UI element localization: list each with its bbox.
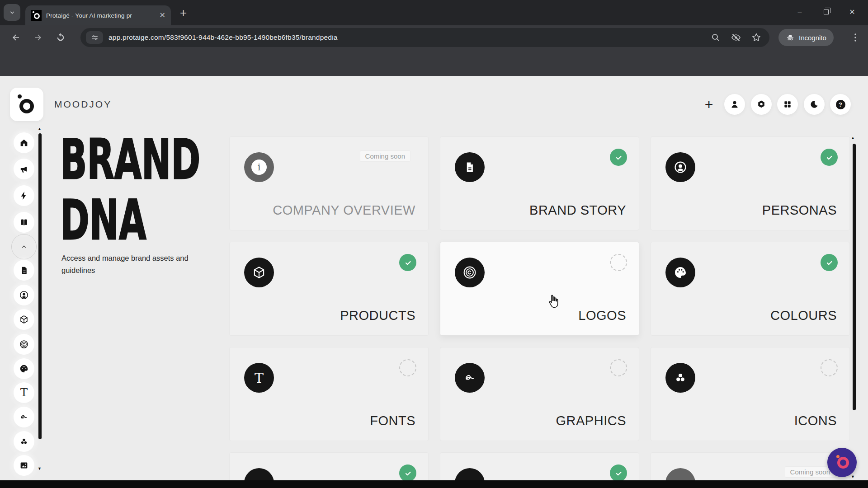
sidebar-item-logos[interactable]: [14, 334, 34, 355]
card-personas[interactable]: PERSONAS: [651, 136, 850, 230]
browser-menu-icon[interactable]: [850, 32, 861, 43]
sidebar-item-home[interactable]: [14, 132, 34, 153]
status-complete-icon: [399, 465, 416, 480]
sidebar-item-images[interactable]: [14, 455, 34, 476]
settings-button[interactable]: [751, 94, 772, 115]
status-empty-icon: [399, 359, 416, 376]
sidebar-scroll-down-icon[interactable]: ▼: [38, 466, 42, 471]
incognito-label: Incognito: [799, 34, 826, 42]
card-products[interactable]: PRODUCTS: [229, 242, 429, 336]
black-circle-icon: [455, 468, 485, 480]
card-partial-1[interactable]: [229, 452, 429, 480]
chevron-up-icon: [19, 242, 28, 251]
page-scroll-down-icon[interactable]: ▼: [851, 474, 855, 479]
incognito-icon: [786, 33, 795, 42]
eye-off-icon[interactable]: [731, 32, 741, 43]
window-minimize-button[interactable]: –: [787, 3, 813, 21]
status-empty-icon: [610, 254, 627, 271]
card-title: ICONS: [794, 413, 837, 428]
card-title: PERSONAS: [762, 203, 837, 218]
reload-icon[interactable]: [55, 32, 66, 43]
question-icon: ?: [836, 100, 845, 109]
lightning-icon: [19, 191, 29, 201]
sidebar-item-brandbook[interactable]: [14, 212, 34, 233]
type-T-glyph: T: [255, 370, 264, 386]
tab-close-icon[interactable]: ✕: [160, 12, 165, 19]
scribble-icon: [19, 412, 29, 422]
moon-icon: [809, 99, 819, 109]
card-graphics[interactable]: GRAPHICS: [440, 347, 639, 441]
sidebar-item-campaigns[interactable]: [14, 159, 34, 179]
sidebar-collapse-button[interactable]: [11, 234, 37, 259]
card-title: COLOURS: [770, 308, 837, 323]
card-title: LOGOS: [578, 308, 626, 323]
grey-circle-icon: [665, 468, 695, 480]
card-colours[interactable]: COLOURS: [651, 242, 850, 336]
brandpedia-page: MOODJOY + ? T: [0, 76, 868, 480]
card-fonts[interactable]: T FONTS: [229, 347, 429, 441]
coming-soon-chip: Coming soon: [360, 151, 410, 161]
info-i-glyph: i: [251, 160, 267, 175]
persona-icon: [19, 290, 29, 300]
sidebar-item-products[interactable]: [14, 309, 34, 330]
dots-icon: [665, 363, 695, 393]
status-complete-icon: [821, 149, 838, 166]
sidebar-item-fonts[interactable]: T: [14, 382, 34, 403]
bottom-letterbox: [0, 480, 868, 488]
zoom-icon[interactable]: [710, 32, 721, 43]
back-icon[interactable]: [10, 32, 21, 43]
add-button[interactable]: +: [702, 94, 716, 115]
page-scroll-up-icon[interactable]: ▲: [851, 136, 855, 140]
sidebar-item-icons[interactable]: [14, 431, 34, 452]
browser-tab[interactable]: Protaigé - Your AI marketing pr ✕: [25, 5, 171, 25]
card-title: FONTS: [370, 413, 415, 428]
sidebar-item-graphics[interactable]: [14, 407, 34, 427]
apps-button[interactable]: [777, 94, 798, 115]
card-company-overview[interactable]: i Coming soon COMPANY OVERVIEW: [229, 136, 429, 230]
page-title-line1: BRAND: [60, 129, 200, 190]
sidebar-item-personas[interactable]: [14, 285, 34, 305]
profile-icon: [730, 99, 740, 109]
browser-chrome: Protaigé - Your AI marketing pr ✕ + – ✕ …: [0, 0, 868, 76]
status-complete-icon: [610, 465, 627, 480]
page-title-line2: DNA: [60, 190, 200, 250]
scribble-icon: [455, 363, 485, 393]
card-partial-3[interactable]: Coming soon: [651, 452, 850, 480]
sidebar-item-colours[interactable]: [14, 358, 34, 379]
new-tab-button[interactable]: +: [180, 7, 187, 19]
url-bar[interactable]: app.protaige.com/583f9601-944b-462e-bb95…: [80, 28, 769, 47]
forward-icon[interactable]: [33, 32, 43, 43]
assistant-fab-button[interactable]: [827, 448, 857, 477]
sidebar-scroll-up-icon[interactable]: ▲: [38, 127, 42, 131]
palette-icon: [665, 258, 695, 287]
restore-icon: [824, 9, 829, 14]
tab-search-button[interactable]: [4, 4, 20, 21]
dark-mode-button[interactable]: [804, 94, 825, 115]
card-brand-story[interactable]: BRAND STORY: [440, 136, 639, 230]
card-logos[interactable]: LOGOS: [440, 242, 639, 336]
page-scrollbar[interactable]: [853, 144, 856, 410]
type-icon: T: [244, 363, 274, 393]
info-icon: i: [244, 152, 274, 182]
type-icon: T: [20, 386, 28, 399]
sidebar-scrollbar[interactable]: [38, 133, 42, 439]
window-restore-button[interactable]: [813, 3, 839, 21]
status-empty-icon: [610, 359, 627, 376]
sidebar-item-documents[interactable]: [14, 260, 34, 281]
app-logo[interactable]: [10, 88, 43, 121]
status-complete-icon: [821, 254, 838, 271]
help-button[interactable]: ?: [830, 94, 851, 115]
card-partial-2[interactable]: [440, 452, 639, 480]
status-empty-icon: [821, 359, 838, 376]
profile-button[interactable]: [724, 94, 745, 115]
copyright-icon: [455, 258, 485, 287]
site-favicon-icon: [31, 10, 42, 21]
window-close-button[interactable]: ✕: [839, 3, 865, 21]
card-icons[interactable]: ICONS: [651, 347, 850, 441]
site-info-button[interactable]: [86, 31, 103, 44]
site-settings-icon: [90, 33, 99, 42]
status-complete-icon: [399, 254, 416, 271]
sidebar-item-quick-actions[interactable]: [14, 185, 34, 206]
bookmark-star-icon[interactable]: [751, 32, 762, 43]
url-text[interactable]: app.protaige.com/583f9601-944b-462e-bb95…: [108, 33, 338, 42]
